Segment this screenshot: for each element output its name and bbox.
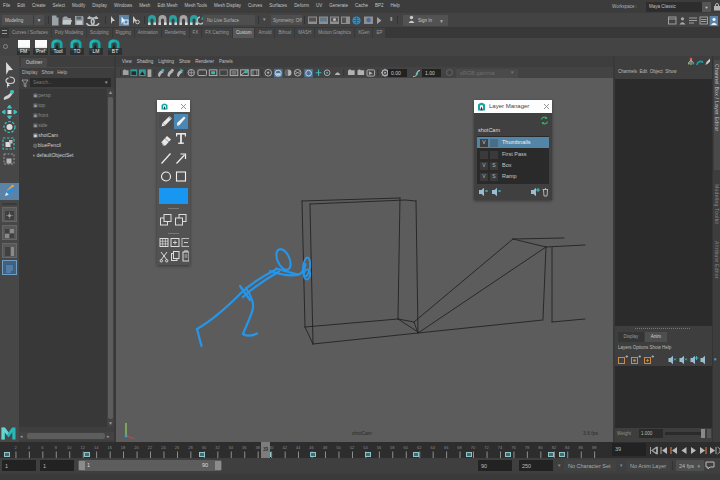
svg-text:74: 74 [498, 445, 503, 450]
svg-text:80: 80 [538, 445, 543, 450]
svg-text:78: 78 [525, 445, 530, 450]
svg-text:72: 72 [484, 445, 489, 450]
svg-text:42: 42 [282, 445, 287, 450]
svg-text:82: 82 [552, 445, 557, 450]
svg-text:86: 86 [579, 445, 584, 450]
svg-text:64: 64 [430, 445, 435, 450]
svg-text:50: 50 [336, 445, 341, 450]
svg-text:20: 20 [134, 445, 139, 450]
svg-text:88: 88 [592, 445, 597, 450]
svg-text:56: 56 [377, 445, 382, 450]
svg-text:6: 6 [41, 445, 44, 450]
svg-text:60: 60 [404, 445, 409, 450]
svg-text:4: 4 [28, 445, 31, 450]
svg-text:28: 28 [188, 445, 193, 450]
svg-text:44: 44 [296, 445, 301, 450]
svg-text:38: 38 [255, 445, 260, 450]
svg-text:10: 10 [67, 445, 72, 450]
svg-text:2: 2 [14, 445, 17, 450]
svg-text:52: 52 [350, 445, 355, 450]
svg-text:48: 48 [323, 445, 328, 450]
svg-text:46: 46 [309, 445, 314, 450]
svg-text:22: 22 [148, 445, 153, 450]
svg-text:84: 84 [565, 445, 570, 450]
svg-text:30: 30 [202, 445, 207, 450]
svg-text:8: 8 [55, 445, 58, 450]
svg-text:76: 76 [511, 445, 516, 450]
svg-text:70: 70 [471, 445, 476, 450]
svg-text:54: 54 [363, 445, 368, 450]
svg-text:32: 32 [215, 445, 220, 450]
svg-text:58: 58 [390, 445, 395, 450]
svg-text:12: 12 [81, 445, 86, 450]
svg-text:26: 26 [175, 445, 180, 450]
svg-text:34: 34 [229, 445, 234, 450]
svg-text:18: 18 [121, 445, 126, 450]
svg-text:62: 62 [417, 445, 422, 450]
svg-text:24: 24 [161, 445, 166, 450]
svg-text:14: 14 [94, 445, 99, 450]
svg-text:68: 68 [457, 445, 462, 450]
svg-text:36: 36 [242, 445, 247, 450]
svg-text:66: 66 [444, 445, 449, 450]
svg-text:16: 16 [107, 445, 112, 450]
